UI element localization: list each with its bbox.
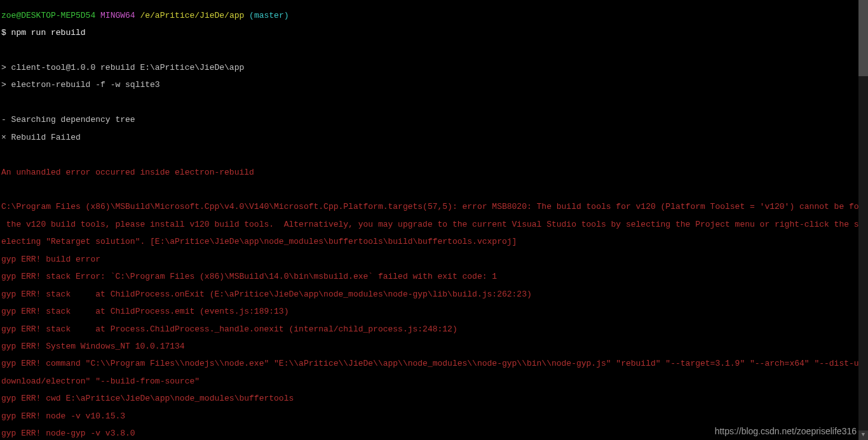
error-line: gyp ERR! cwd E:\aPritice\JieDe\app\node_… <box>1 394 867 403</box>
scroll-down-icon[interactable]: ▼ <box>858 430 868 440</box>
output-line: > client-tool@1.0.0 rebuild E:\aPritice\… <box>1 63 867 72</box>
error-line: gyp ERR! stack at Process.ChildProcess._… <box>1 325 867 334</box>
prompt-line: zoe@DESKTOP-MEP5D54 MINGW64 /e/aPritice/… <box>1 11 867 20</box>
blank-line <box>1 150 867 159</box>
blank-line <box>1 98 867 107</box>
error-line: electing "Retarget solution". [E:\aPriti… <box>1 237 867 246</box>
command-line: $ npm run rebuild <box>1 29 867 37</box>
prompt-branch: (master) <box>249 11 288 20</box>
error-line: gyp ERR! stack Error: `C:\Program Files … <box>1 272 867 281</box>
error-line: gyp ERR! build error <box>1 255 867 264</box>
error-line: Ḷ ò /m <box>1 185 867 194</box>
prompt-path: /e/aPritice/JieDe/app <box>140 11 244 20</box>
prompt-shell: MINGW64 <box>100 11 135 20</box>
error-line: the v120 build tools, please install v12… <box>1 220 867 229</box>
error-line: gyp ERR! stack at ChildProcess.onExit (E… <box>1 290 867 299</box>
prompt-user: zoe@DESKTOP-MEP5D54 <box>1 11 95 20</box>
error-line: gyp ERR! node -v v10.15.3 <box>1 412 867 421</box>
output-line: - Searching dependency tree <box>1 116 867 124</box>
error-line: gyp ERR! stack at ChildProcess.emit (eve… <box>1 307 867 316</box>
error-line: gyp ERR! command "C:\\Program Files\\nod… <box>1 359 867 368</box>
terminal-output[interactable]: zoe@DESKTOP-MEP5D54 MINGW64 /e/aPritice/… <box>0 0 868 440</box>
error-line: C:\Program Files (x86)\MSBuild\Microsoft… <box>1 203 867 211</box>
error-line: download/electron" "--build-from-source" <box>1 377 867 386</box>
error-line: gyp ERR! System Windows_NT 10.0.17134 <box>1 342 867 351</box>
watermark-text: https://blog.csdn.net/zoepriselife316 <box>715 427 857 436</box>
scroll-thumb[interactable] <box>858 0 868 76</box>
output-line: > electron-rebuild -f -w sqlite3 <box>1 81 867 90</box>
output-line: × Rebuild Failed <box>1 133 867 142</box>
error-line: An unhandled error occurred inside elect… <box>1 168 867 177</box>
blank-line <box>1 46 867 55</box>
vertical-scrollbar[interactable]: ▲ ▼ <box>858 0 868 440</box>
